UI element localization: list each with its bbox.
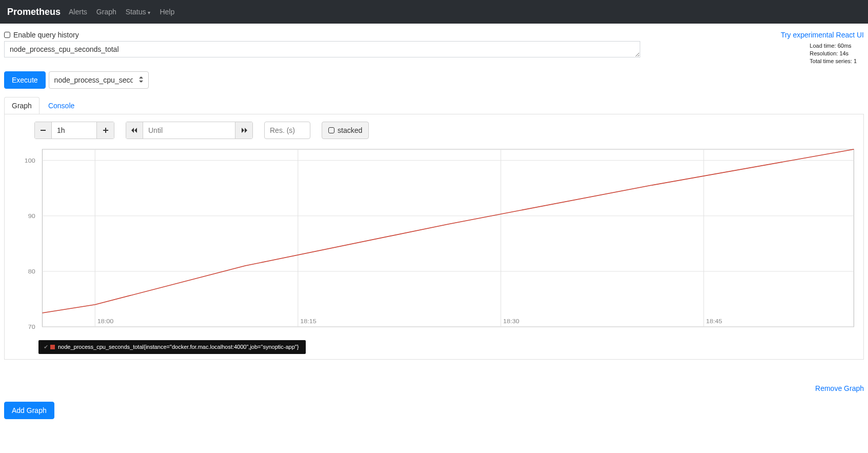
svg-text:80: 80 [28, 268, 35, 274]
try-react-ui-link[interactable]: Try experimental React UI [781, 31, 864, 39]
svg-text:18:45: 18:45 [706, 318, 722, 324]
color-swatch-icon [50, 345, 55, 349]
metric-select[interactable]: node_process_cpu_seconds_total [49, 71, 149, 89]
rewind-icon [131, 127, 138, 133]
time-group: Until [126, 122, 253, 139]
svg-text:18:00: 18:00 [97, 318, 114, 324]
remove-graph-link[interactable]: Remove Graph [815, 384, 864, 392]
checkbox-icon [328, 127, 334, 133]
range-decrease-button[interactable] [34, 122, 52, 139]
resolution-input[interactable]: Res. (s) [264, 122, 310, 139]
fastforward-icon [241, 127, 248, 133]
stat-series: Total time series: 1 [810, 57, 857, 65]
graph-controls: 1h Until Res. (s) stacked [12, 122, 856, 139]
range-input[interactable]: 1h [52, 122, 97, 139]
legend-label: node_process_cpu_seconds_total{instance=… [58, 344, 299, 350]
svg-text:100: 100 [25, 157, 35, 164]
check-icon: ✔ [44, 344, 48, 350]
tab-console[interactable]: Console [41, 97, 82, 114]
execute-button[interactable]: Execute [4, 71, 46, 89]
add-graph-row: Add Graph [0, 395, 868, 426]
svg-text:70: 70 [28, 323, 35, 330]
tab-graph[interactable]: Graph [4, 97, 40, 114]
svg-rect-0 [41, 130, 46, 131]
options-row: Enable query history Try experimental Re… [0, 24, 868, 41]
legend[interactable]: ✔ node_process_cpu_seconds_total{instanc… [38, 340, 306, 354]
expression-input[interactable] [4, 41, 640, 57]
chart: 18:0018:1518:3018:45708090100 ✔ node_pro… [12, 147, 856, 333]
enable-history-label: Enable query history [13, 31, 79, 39]
graph-panel: 1h Until Res. (s) stacked 18:0018:1518:3… [4, 114, 864, 360]
time-back-button[interactable] [126, 122, 143, 139]
stat-load-time: Load time: 60ms [810, 42, 857, 50]
until-input[interactable]: Until [143, 122, 235, 139]
query-area: Load time: 60ms Resolution: 14s Total ti… [0, 41, 868, 65]
sort-icon [139, 76, 143, 84]
nav-graph[interactable]: Graph [96, 8, 116, 16]
range-group: 1h [34, 122, 114, 139]
svg-text:18:15: 18:15 [300, 318, 317, 324]
metric-select-value: node_process_cpu_seconds_total [54, 76, 133, 84]
plus-icon [103, 127, 109, 133]
svg-rect-2 [105, 128, 106, 133]
nav-help[interactable]: Help [160, 8, 174, 16]
stat-resolution: Resolution: 14s [810, 50, 857, 57]
app-brand: Prometheus [7, 7, 61, 17]
panel-footer: Remove Graph [0, 360, 868, 395]
stacked-toggle[interactable]: stacked [322, 122, 369, 139]
tabs: Graph Console [0, 92, 868, 114]
add-graph-button[interactable]: Add Graph [4, 402, 54, 419]
svg-rect-3 [42, 149, 854, 327]
nav-alerts[interactable]: Alerts [69, 8, 87, 16]
checkbox-icon [4, 32, 10, 38]
execute-row: Execute node_process_cpu_seconds_total [0, 65, 868, 92]
query-stats: Load time: 60ms Resolution: 14s Total ti… [810, 41, 864, 65]
svg-text:90: 90 [28, 212, 35, 219]
range-increase-button[interactable] [97, 122, 114, 139]
nav-status[interactable]: Status▾ [126, 8, 151, 16]
chevron-down-icon: ▾ [148, 10, 150, 15]
time-forward-button[interactable] [235, 122, 253, 139]
minus-icon [40, 127, 46, 133]
enable-history-toggle[interactable]: Enable query history [4, 31, 79, 39]
svg-text:18:30: 18:30 [503, 318, 520, 324]
stacked-label: stacked [338, 126, 362, 134]
navbar: Prometheus AlertsGraphStatus▾Help [0, 0, 868, 24]
